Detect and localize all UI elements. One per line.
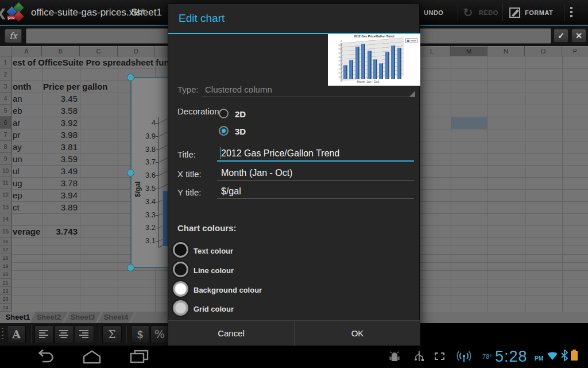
preview-chart-title: 2012 Gas Price/Gallon Trend xyxy=(350,34,399,38)
column-header-B[interactable]: B xyxy=(42,46,80,56)
nav-recents-icon[interactable] xyxy=(127,349,150,365)
row-header-2[interactable]: 2 xyxy=(0,68,11,80)
selection-handle[interactable] xyxy=(127,169,134,177)
sheet-name-label[interactable]: Sheet1 xyxy=(131,0,162,25)
row-header-20[interactable]: 20 xyxy=(0,270,11,278)
text-colour-row[interactable]: Text colour xyxy=(173,242,288,259)
cell-A10: ul xyxy=(13,166,20,177)
row-header-13[interactable]: 13 xyxy=(0,201,11,213)
tab-sheet3[interactable]: Sheet3 xyxy=(64,312,101,323)
selected-cell[interactable] xyxy=(451,117,487,129)
radio-3d[interactable]: 3D xyxy=(219,126,253,137)
align-center-button[interactable] xyxy=(55,325,74,343)
column-header-O[interactable]: O xyxy=(525,46,562,56)
row-header-23[interactable]: 23 xyxy=(0,295,11,303)
percent-button[interactable]: % xyxy=(150,325,169,343)
selection-handle[interactable] xyxy=(127,74,134,81)
title-input[interactable]: 2012 Gas Price/Gallon Trend xyxy=(221,148,339,159)
row-header-19[interactable]: 19 xyxy=(0,262,11,270)
tab-sheet1[interactable]: Sheet1 xyxy=(1,312,34,323)
row-header-9[interactable]: 9 xyxy=(0,153,11,165)
row-header-11[interactable]: 11 xyxy=(0,177,11,189)
row-header-21[interactable]: 21 xyxy=(0,279,11,287)
title-underline xyxy=(217,160,414,162)
text-colour-swatch xyxy=(173,242,188,258)
tab-sheet4[interactable]: Sheet4 xyxy=(98,312,134,323)
column-header-P[interactable]: P xyxy=(562,46,588,56)
row-header-7[interactable]: 7 xyxy=(0,129,11,141)
background-colour-row[interactable]: Background colour xyxy=(173,281,299,298)
overflow-menu-icon[interactable] xyxy=(570,7,574,20)
edit-chart-dialog: Edit chart Type: Clustered column 2012 G… xyxy=(168,3,420,345)
column-header-M[interactable]: M xyxy=(451,46,488,56)
column-header-C[interactable]: C xyxy=(80,46,118,56)
chart-y-axis-title: $/gal xyxy=(134,175,142,204)
cancel-button[interactable]: Cancel xyxy=(168,321,294,346)
chart-y-tick-label: 3.9 xyxy=(135,132,156,140)
line-colour-row[interactable]: Line colour xyxy=(173,262,288,279)
status-clock: 5:28 xyxy=(495,348,528,366)
selection-handle[interactable] xyxy=(127,264,134,271)
cell-A4: an xyxy=(13,94,22,104)
nav-home-icon[interactable] xyxy=(80,349,103,365)
app-logo[interactable]: pro xyxy=(7,3,28,22)
row-header-17[interactable]: 17 xyxy=(0,246,11,254)
row-header-4[interactable]: 4 xyxy=(0,93,11,105)
x-title-underline xyxy=(217,180,414,181)
sum-button[interactable]: Σ xyxy=(102,325,122,343)
x-title-label: X title: xyxy=(177,169,202,179)
dialog-title: Edit chart xyxy=(179,12,225,25)
y-title-input[interactable]: $/gal xyxy=(221,186,241,197)
back-chevron-icon[interactable]: ❮ xyxy=(0,7,6,20)
preview-y-label: 3.7 xyxy=(334,52,342,55)
row-header-16[interactable]: 16 xyxy=(0,237,11,246)
cell-B4: 3.45 xyxy=(43,94,78,104)
preview-legend xyxy=(405,38,417,43)
preview-y-label: 3.6 xyxy=(334,56,342,59)
spinner-corner-icon xyxy=(409,91,415,97)
row-header-5[interactable]: 5 xyxy=(0,105,11,117)
row-header-22[interactable]: 22 xyxy=(0,287,11,295)
x-title-input[interactable]: Month (Jan - Oct) xyxy=(221,168,292,178)
row-header-18[interactable]: 18 xyxy=(0,254,11,262)
ok-button[interactable]: OK xyxy=(295,321,420,346)
row-header-3[interactable]: 3 xyxy=(0,80,11,93)
font-style-button[interactable]: A xyxy=(7,325,26,343)
column-header-D[interactable]: D xyxy=(118,46,155,56)
chart-y-axis-line xyxy=(158,117,158,247)
format-button[interactable]: FORMAT xyxy=(506,0,562,25)
grid-colour-row[interactable]: Grid colour xyxy=(173,300,288,317)
tab-sheet2[interactable]: Sheet2 xyxy=(30,312,68,323)
logo-pro-badge: pro xyxy=(7,16,16,20)
nav-back-icon[interactable] xyxy=(33,349,56,365)
status-ampm: PM xyxy=(535,355,543,362)
row-header-10[interactable]: 10 xyxy=(0,165,11,177)
fx-button[interactable]: fx xyxy=(5,29,22,43)
row-header-24[interactable]: 24 xyxy=(0,304,11,312)
row-header-6[interactable]: 6 xyxy=(0,117,11,129)
confirm-button[interactable]: ✓ xyxy=(554,29,568,43)
row-header-1[interactable]: 1 xyxy=(0,56,11,68)
column-header-A[interactable]: A xyxy=(11,46,42,56)
preview-y-label: 3.1 xyxy=(334,75,342,78)
chart-y-tick-label: 3.2 xyxy=(135,223,156,232)
column-header-N[interactable]: N xyxy=(488,46,525,56)
row-header-15[interactable]: 15 xyxy=(0,225,11,237)
radio-2d[interactable]: 2D xyxy=(219,109,253,120)
preview-y-label: 3.9 xyxy=(334,44,342,47)
toolbar-grip[interactable] xyxy=(2,328,3,342)
grid-corner xyxy=(0,46,11,56)
align-right-button[interactable] xyxy=(75,325,94,343)
cell-B8: 3.81 xyxy=(43,142,78,152)
row-header-12[interactable]: 12 xyxy=(0,189,11,201)
cancel-edit-button[interactable]: ✕ xyxy=(571,29,586,43)
cell-A7: pr xyxy=(13,130,20,140)
row-header-14[interactable]: 14 xyxy=(0,213,11,225)
currency-button[interactable]: $ xyxy=(131,325,149,343)
align-left-button[interactable] xyxy=(34,325,54,343)
row-header-8[interactable]: 8 xyxy=(0,141,11,153)
cell-A3: onth xyxy=(13,82,31,92)
screen: ❮ pro office-suite-gas-prices.xls* Sheet… xyxy=(0,0,588,368)
redo-button[interactable]: ↻ REDO xyxy=(461,0,501,25)
cell-A11: ug xyxy=(13,178,22,189)
